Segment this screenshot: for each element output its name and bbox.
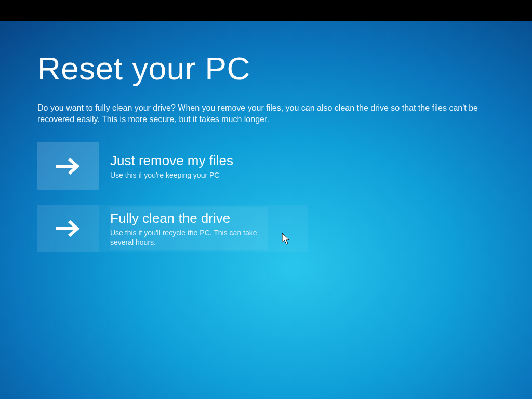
option-text: Fully clean the drive Use this if you'll…	[110, 207, 268, 250]
option-text: Just remove my files Use this if you're …	[110, 150, 235, 183]
arrow-right-icon	[37, 142, 99, 190]
page-title: Reset your PC	[37, 50, 495, 87]
page-description: Do you want to fully clean your drive? W…	[37, 102, 495, 125]
option-subtitle: Use this if you'll recycle the PC. This …	[110, 228, 266, 247]
option-title: Just remove my files	[110, 153, 233, 169]
option-title: Fully clean the drive	[110, 210, 266, 227]
options-list: Just remove my files Use this if you're …	[37, 142, 308, 252]
arrow-right-icon	[37, 205, 99, 252]
option-just-remove-files[interactable]: Just remove my files Use this if you're …	[37, 142, 308, 190]
reset-screen: Reset your PC Do you want to fully clean…	[0, 21, 532, 399]
option-subtitle: Use this if you're keeping your PC	[110, 170, 233, 180]
option-fully-clean-drive[interactable]: Fully clean the drive Use this if you'll…	[37, 205, 308, 252]
